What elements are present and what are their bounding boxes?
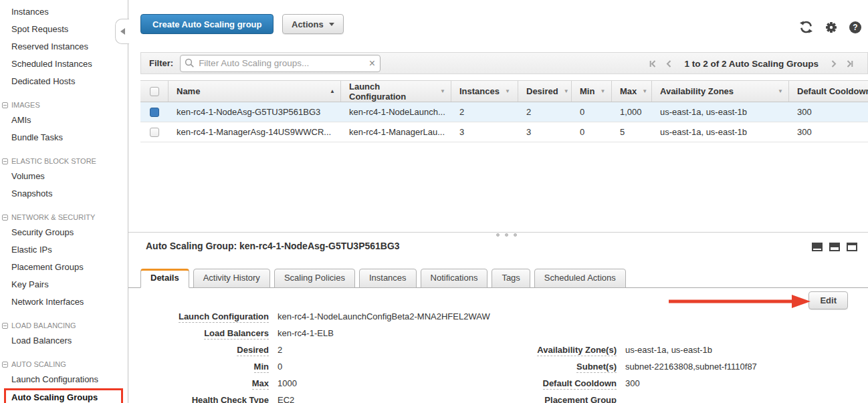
tab-activity-history[interactable]: Activity History: [193, 269, 270, 288]
sidebar-section-network-security[interactable]: NETWORK & SECURITY: [0, 211, 128, 224]
layout-bottom-small-icon[interactable]: [812, 243, 823, 251]
sidebar-item-network-interfaces[interactable]: Network Interfaces: [0, 293, 128, 311]
sidebar-section-images[interactable]: IMAGES: [0, 99, 128, 112]
column-header-availability-zones[interactable]: Availability Zones ▼: [652, 81, 789, 102]
field-placement-group: Placement Group: [490, 395, 757, 403]
sidebar-item-spot-requests[interactable]: Spot Requests: [0, 21, 128, 38]
collapse-section-icon[interactable]: [2, 102, 8, 108]
sidebar-item-launch-configurations[interactable]: Launch Configurations: [0, 371, 128, 388]
cell-desired: 3: [518, 122, 572, 142]
sidebar-item-security-groups[interactable]: Security Groups: [0, 224, 128, 241]
sidebar-section-elastic-block-store[interactable]: ELASTIC BLOCK STORE: [0, 155, 128, 168]
sidebar-item-amis[interactable]: AMIs: [0, 112, 128, 129]
row-checkbox-cell: [140, 102, 169, 122]
sidebar-item-reserved-instances[interactable]: Reserved Instances: [0, 38, 128, 55]
field-health-check-type: Health Check Type EC2: [140, 395, 490, 403]
cell-min: 0: [572, 122, 612, 142]
last-page-icon[interactable]: [845, 59, 854, 68]
field-value: ken-rc4-1-NodeLaunchConfigBeta2-MNA2HFEL…: [278, 311, 490, 321]
tab-scheduled-actions[interactable]: Scheduled Actions: [534, 269, 626, 288]
edit-button[interactable]: Edit: [808, 291, 848, 309]
field-value: us-east-1a, us-east-1b: [625, 345, 712, 355]
row-checkbox[interactable]: [150, 128, 159, 137]
sort-icon: ▼: [505, 88, 510, 94]
sidebar-item-elastic-ips[interactable]: Elastic IPs: [0, 241, 128, 259]
field-max: Max 1000: [140, 378, 490, 395]
details-fields-left: Launch Configuration ken-rc4-1-NodeLaunc…: [140, 311, 490, 403]
tab-scaling-policies[interactable]: Scaling Policies: [274, 269, 355, 288]
column-header-desired[interactable]: Desired ▼: [518, 81, 572, 102]
field-availability-zones: Availability Zone(s) us-east-1a, us-east…: [490, 345, 757, 362]
sidebar-item-dedicated-hosts[interactable]: Dedicated Hosts: [0, 73, 128, 90]
column-header-max[interactable]: Max ▼: [612, 81, 652, 102]
first-page-icon[interactable]: [649, 59, 657, 68]
sidebar-item-auto-scaling-groups[interactable]: Auto Scaling Groups: [4, 388, 123, 403]
sidebar-item-load-balancers[interactable]: Load Balancers: [0, 332, 128, 350]
gear-icon[interactable]: [825, 21, 837, 33]
sidebar-section-label: ELASTIC BLOCK STORE: [11, 158, 96, 165]
cell-default-cooldown: 300: [789, 102, 868, 122]
cell-max: 1,000: [612, 102, 652, 122]
table-row[interactable]: ken-rc4-1-NodeAsg-G5TU3P561BG3 ken-rc4-1…: [140, 102, 868, 122]
row-checkbox-cell: [140, 122, 169, 142]
tab-details[interactable]: Details: [140, 269, 189, 288]
column-header-default-cooldown[interactable]: Default Cooldown: [789, 81, 868, 102]
cell-availability-zones: us-east-1a, us-east-1b: [652, 122, 789, 142]
sidebar-item-snapshots[interactable]: Snapshots: [0, 185, 128, 203]
cell-launch-configuration: ken-rc4-1-ManagerLau...: [341, 122, 451, 142]
sidebar-section-auto-scaling[interactable]: AUTO SCALING: [0, 358, 128, 371]
field-value: 1000: [278, 378, 297, 388]
collapse-section-icon[interactable]: [2, 323, 8, 329]
collapse-section-icon[interactable]: [2, 215, 8, 221]
create-auto-scaling-group-button[interactable]: Create Auto Scaling group: [140, 14, 274, 34]
row-checkbox[interactable]: [150, 108, 159, 117]
layout-bottom-half-icon[interactable]: [829, 243, 840, 251]
sort-icon: ▼: [778, 88, 783, 94]
column-header-min[interactable]: Min ▼: [572, 81, 612, 102]
tab-notifications[interactable]: Notifications: [421, 269, 488, 288]
collapse-arrow-icon: [120, 28, 125, 35]
help-icon[interactable]: ?: [849, 21, 861, 33]
sort-icon: ▼: [564, 88, 569, 94]
tab-instances[interactable]: Instances: [359, 269, 417, 288]
field-desired: Desired 2: [140, 345, 490, 362]
collapse-section-icon[interactable]: [2, 158, 8, 164]
sidebar-section-label: LOAD BALANCING: [11, 322, 76, 329]
details-fields-right: Availability Zone(s) us-east-1a, us-east…: [490, 345, 757, 403]
tab-tags[interactable]: Tags: [492, 269, 530, 288]
sidebar-item-instances[interactable]: Instances: [0, 3, 128, 21]
panel-resize-handle[interactable]: [496, 233, 517, 237]
field-label: Min: [254, 362, 269, 373]
sidebar-item-bundle-tasks[interactable]: Bundle Tasks: [0, 129, 128, 146]
sidebar-item-placement-groups[interactable]: Placement Groups: [0, 259, 128, 276]
filter-label: Filter:: [149, 58, 173, 68]
main-content: Create Auto Scaling group Actions: [128, 0, 868, 403]
sidebar-item-scheduled-instances[interactable]: Scheduled Instances: [0, 55, 128, 73]
column-header-name[interactable]: Name ▲: [169, 81, 341, 102]
refresh-icon[interactable]: [799, 21, 813, 33]
field-label: Health Check Type: [192, 395, 269, 403]
filter-bar: Filter: × 1 to 2 of 2 Auto Sca: [140, 52, 868, 74]
sidebar-item-volumes[interactable]: Volumes: [0, 168, 128, 185]
field-label: Availability Zone(s): [537, 345, 617, 356]
pagination-status: 1 to 2 of 2 Auto Scaling Groups: [684, 59, 819, 69]
table-row[interactable]: ken-rc4-1-ManagerAsg-14US9WWCR... ken-rc…: [140, 122, 868, 142]
column-header-launch-configuration[interactable]: Launch Configuration ▼: [341, 81, 451, 102]
filter-search-input[interactable]: [180, 55, 381, 72]
field-label: Subnet(s): [576, 362, 617, 373]
collapse-section-icon[interactable]: [2, 362, 8, 368]
next-page-icon[interactable]: [831, 59, 837, 68]
sort-asc-icon: ▲: [330, 88, 335, 94]
actions-dropdown-button[interactable]: Actions: [282, 14, 344, 34]
auto-scaling-groups-table: Name ▲ Launch Configuration ▼ Instances …: [140, 80, 868, 142]
prev-page-icon[interactable]: [665, 59, 672, 68]
select-all-checkbox[interactable]: [150, 87, 159, 96]
field-value: 0: [278, 362, 282, 372]
layout-bottom-large-icon[interactable]: [847, 243, 857, 251]
column-header-instances[interactable]: Instances ▼: [451, 81, 518, 102]
clear-filter-icon[interactable]: ×: [369, 57, 375, 70]
sidebar-item-key-pairs[interactable]: Key Pairs: [0, 276, 128, 293]
sort-icon: ▼: [642, 88, 647, 94]
sidebar-section-load-balancing[interactable]: LOAD BALANCING: [0, 319, 128, 332]
sidebar-collapse-handle[interactable]: [115, 19, 129, 44]
